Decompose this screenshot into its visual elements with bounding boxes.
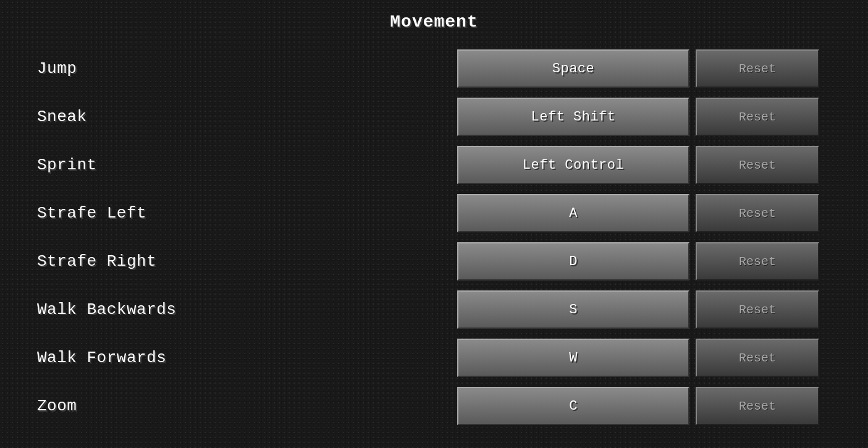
keybind-label-sprint: Sprint: [37, 156, 457, 174]
reset-button-strafe-left[interactable]: Reset: [696, 194, 819, 232]
keybind-label-sneak: Sneak: [37, 108, 457, 126]
keybind-key-button-strafe-right[interactable]: D: [457, 242, 689, 281]
table-row: Strafe LeftAReset: [37, 191, 831, 235]
reset-button-sprint[interactable]: Reset: [696, 146, 819, 184]
reset-button-jump[interactable]: Reset: [696, 49, 819, 88]
table-row: Strafe RightDReset: [37, 239, 831, 284]
keybind-key-button-zoom[interactable]: C: [457, 387, 689, 425]
keybind-label-zoom: Zoom: [37, 397, 457, 415]
table-row: SprintLeft ControlReset: [37, 143, 831, 187]
table-row: ZoomCReset: [37, 384, 831, 428]
table-row: JumpSpaceReset: [37, 46, 831, 91]
keybind-key-button-sneak[interactable]: Left Shift: [457, 98, 689, 136]
table-row: SneakLeft ShiftReset: [37, 95, 831, 139]
keybind-key-button-sprint[interactable]: Left Control: [457, 146, 689, 184]
keybind-key-button-strafe-left[interactable]: A: [457, 194, 689, 232]
keybind-label-strafe-left: Strafe Left: [37, 204, 457, 222]
keybind-key-button-walk-backwards[interactable]: S: [457, 290, 689, 329]
keybind-label-strafe-right: Strafe Right: [37, 252, 457, 271]
keybind-key-button-jump[interactable]: Space: [457, 49, 689, 88]
page-title: Movement: [390, 12, 478, 32]
reset-button-zoom[interactable]: Reset: [696, 387, 819, 425]
reset-button-walk-backwards[interactable]: Reset: [696, 290, 819, 329]
reset-button-strafe-right[interactable]: Reset: [696, 242, 819, 281]
table-row: Walk ForwardsWReset: [37, 336, 831, 380]
keybind-label-walk-forwards: Walk Forwards: [37, 349, 457, 367]
keybind-label-jump: Jump: [37, 59, 457, 78]
keybind-key-button-walk-forwards[interactable]: W: [457, 339, 689, 377]
reset-button-sneak[interactable]: Reset: [696, 98, 819, 136]
table-row: Walk BackwardsSReset: [37, 287, 831, 332]
keybindings-list: JumpSpaceResetSneakLeft ShiftResetSprint…: [37, 46, 831, 428]
reset-button-walk-forwards[interactable]: Reset: [696, 339, 819, 377]
keybind-label-walk-backwards: Walk Backwards: [37, 300, 457, 319]
